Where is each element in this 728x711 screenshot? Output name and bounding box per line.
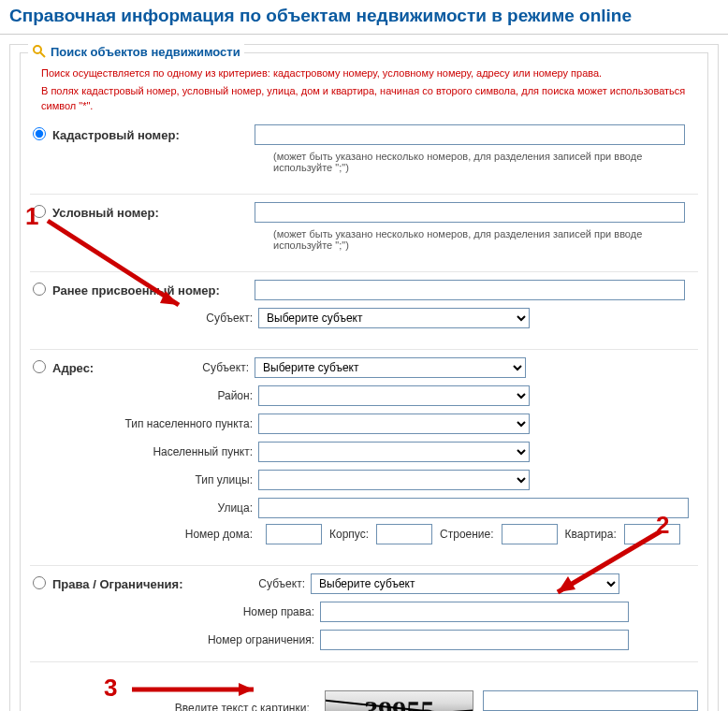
radio-cond[interactable] (33, 205, 46, 218)
label-right-num: Номер права: (49, 605, 320, 618)
row-addr: Адрес: Субъект: Выберите субъект (30, 356, 698, 380)
warning-line-2: В полях кадастровый номер, условный номе… (41, 84, 698, 113)
row-right-num: Номер права: (30, 600, 698, 624)
row-old-subject: Субъект: Выберите субъект (30, 306, 698, 330)
row-addr-rayon: Район: (30, 384, 698, 408)
select-type-np[interactable] (258, 414, 530, 434)
hint-cad: (может быть указано несколько номеров, д… (273, 151, 698, 173)
select-addr-subject[interactable]: Выберите субъект (255, 357, 526, 378)
label-street: Улица: (49, 501, 258, 515)
label-restr-num: Номер ограничения: (49, 633, 320, 646)
svg-point-0 (34, 46, 41, 53)
select-old-subject[interactable]: Выберите субъект (258, 308, 530, 328)
label-old: Ранее присвоенный номер: (49, 283, 255, 297)
radio-cad[interactable] (33, 127, 46, 140)
warning-line-1: Поиск осуществляется по одному из критер… (41, 66, 698, 80)
row-addr-type-street: Тип улицы: (30, 468, 698, 492)
row-addr-np: Населенный пункт: (30, 440, 698, 464)
input-right-num[interactable] (320, 602, 629, 622)
svg-line-1 (40, 52, 45, 57)
row-cad: Кадастровый номер: (30, 123, 698, 147)
label-flat: Квартира: (565, 528, 617, 541)
fieldset-legend: Поиск объектов недвижимости (28, 44, 244, 59)
row-addr-nums: Номер дома: Корпус: Строение: Квартира: (30, 524, 698, 544)
row-restr-num: Номер ограничения: (30, 628, 698, 652)
row-addr-street: Улица: (30, 496, 698, 520)
radio-old[interactable] (33, 283, 46, 296)
captcha-section: Введите текст с картинки: 39955 Другую к… (30, 661, 698, 711)
page-title: Справочная информация по объектам недвиж… (0, 0, 728, 35)
label-rights: Права / Ограничения: (49, 577, 255, 591)
input-house[interactable] (266, 524, 322, 544)
hint-cond: (может быть указано несколько номеров, д… (273, 228, 698, 251)
label-addr-subject: Субъект: (189, 361, 255, 374)
input-korpus[interactable] (376, 524, 432, 544)
label-rights-subject: Субъект: (255, 577, 311, 590)
radio-rights[interactable] (33, 576, 46, 589)
label-rayon: Район: (49, 389, 258, 402)
label-addr: Адрес: (49, 361, 189, 375)
label-korpus: Корпус: (329, 528, 369, 541)
input-flat[interactable] (624, 524, 680, 544)
input-cond[interactable] (255, 202, 685, 223)
label-old-subject: Субъект: (49, 312, 258, 325)
search-fieldset: Поиск объектов недвижимости Поиск осущес… (20, 52, 708, 711)
select-rights-subject[interactable]: Выберите субъект (311, 573, 619, 594)
row-addr-type-np: Тип населенного пункта: (30, 412, 698, 436)
input-street[interactable] (258, 498, 689, 518)
label-np: Населенный пункт: (49, 445, 258, 458)
label-house: Номер дома: (30, 528, 258, 541)
label-cad: Кадастровый номер: (49, 128, 255, 142)
legend-text: Поиск объектов недвижимости (51, 45, 240, 59)
select-rayon[interactable] (258, 385, 530, 406)
input-cad[interactable] (255, 124, 685, 145)
radio-addr[interactable] (33, 360, 46, 373)
captcha-input[interactable] (483, 690, 698, 711)
label-stroenie: Строение: (440, 528, 494, 541)
content-box: Поиск объектов недвижимости Поиск осущес… (9, 44, 719, 711)
captcha-label: Введите текст с картинки: (30, 690, 315, 711)
search-icon (32, 44, 47, 59)
row-old: Ранее присвоенный номер: (30, 278, 698, 302)
label-cond: Условный номер: (49, 206, 255, 220)
captcha-image: 39955 (325, 690, 473, 711)
row-rights: Права / Ограничения: Субъект: Выберите с… (30, 572, 698, 596)
select-type-street[interactable] (258, 470, 530, 490)
label-type-street: Тип улицы: (49, 473, 258, 486)
row-cond: Условный номер: (30, 200, 698, 225)
select-np[interactable] (258, 442, 530, 462)
input-restr-num[interactable] (320, 630, 629, 650)
label-type-np: Тип населенного пункта: (49, 417, 258, 430)
input-old[interactable] (255, 280, 685, 300)
input-stroenie[interactable] (502, 524, 558, 544)
